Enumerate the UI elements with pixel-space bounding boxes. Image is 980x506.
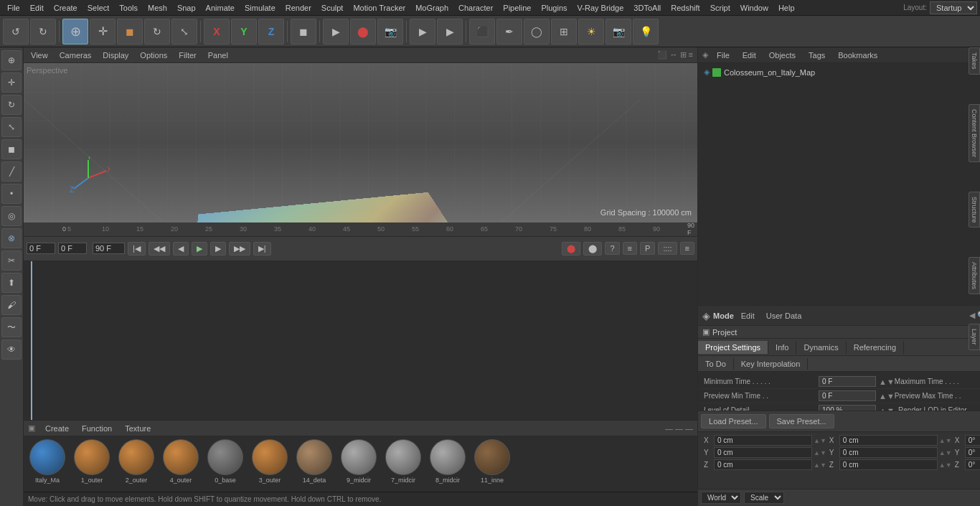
z-pos-arrow[interactable]: ▲▼ <box>814 462 826 469</box>
scene-button[interactable]: ☀ <box>578 19 604 44</box>
z-axis-button[interactable]: Z <box>258 19 284 44</box>
scale-btn[interactable]: ⤡ <box>1 117 22 137</box>
vp-menu-panel[interactable]: Panel <box>205 50 231 61</box>
material-item-8[interactable]: 7_midcir <box>382 439 424 489</box>
x-size-arrow[interactable]: ▲▼ <box>939 437 952 444</box>
load-preset-button[interactable]: Load Preset... <box>701 414 766 428</box>
menu-edit[interactable]: Edit <box>26 2 48 14</box>
vp-menu-display[interactable]: Display <box>100 50 131 61</box>
save-preset-button[interactable]: Save Preset... <box>769 414 834 428</box>
menu-plugins[interactable]: Plugins <box>537 2 571 14</box>
z-rot-field[interactable] <box>965 459 980 470</box>
vtab-layer[interactable]: Layer <box>969 324 980 350</box>
menu-snap[interactable]: Snap <box>173 2 200 14</box>
tl-auto-key[interactable]: ⬤ <box>583 242 602 256</box>
redo-button[interactable]: ↻ <box>30 19 56 44</box>
knife-btn[interactable]: ✂ <box>1 250 22 271</box>
menu-simulate[interactable]: Simulate <box>240 2 280 14</box>
tl-record[interactable]: ⬤ <box>562 242 580 256</box>
timeline-start-field[interactable] <box>27 243 55 254</box>
tl-layers-btn[interactable]: ≡ <box>680 242 694 255</box>
menu-sculpt[interactable]: Sculpt <box>317 2 348 14</box>
y-rot-field[interactable] <box>965 447 980 458</box>
world-dropdown[interactable]: World <box>701 492 741 504</box>
menu-redshift[interactable]: Redshift <box>666 2 704 14</box>
live-select-btn[interactable]: ◎ <box>1 206 22 226</box>
tl-next-frame[interactable]: ▶ <box>210 242 226 256</box>
material-item-9[interactable]: 8_midcir <box>427 439 468 489</box>
tl-key-frame[interactable]: ? <box>605 242 619 255</box>
deform-button[interactable]: ⊞ <box>551 19 577 44</box>
x-axis-button[interactable]: X <box>204 19 230 44</box>
menu-tools[interactable]: Tools <box>115 2 142 14</box>
menu-create[interactable]: Create <box>50 2 82 14</box>
polygon-btn[interactable]: ◼ <box>1 139 22 159</box>
move-tool-button[interactable]: ✛ <box>90 19 116 44</box>
menu-mesh[interactable]: Mesh <box>143 2 171 14</box>
menu-window[interactable]: Window <box>736 2 773 14</box>
material-item-5[interactable]: 3_outer <box>249 439 291 489</box>
timeline-bar[interactable] <box>24 261 697 421</box>
obj-tab-bookmarks[interactable]: Bookmarks <box>834 50 882 61</box>
undo-button[interactable]: ↺ <box>3 19 29 44</box>
x-pos-arrow[interactable]: ▲▼ <box>814 437 826 444</box>
menu-character[interactable]: Character <box>454 2 497 14</box>
y-axis-button[interactable]: Y <box>231 19 257 44</box>
vp-menu-filter[interactable]: Filter <box>176 50 199 61</box>
timeline-min-field[interactable] <box>58 243 87 254</box>
tl-motion-clip[interactable]: ≡ <box>623 242 637 255</box>
vp-menu-cameras[interactable]: Cameras <box>57 50 95 61</box>
menu-select[interactable]: Select <box>83 2 114 14</box>
scale-dropdown[interactable]: Scale <box>744 492 784 504</box>
material-item-6[interactable]: 14_deta <box>293 439 335 489</box>
mat-menu-create[interactable]: Create <box>42 423 72 434</box>
min-time-arrow[interactable]: ▲▼ <box>879 378 895 386</box>
y-size-field[interactable] <box>839 447 938 458</box>
material-item-7[interactable]: 9_midcir <box>338 439 380 489</box>
attr-tab-info[interactable]: Info <box>768 341 796 354</box>
select-btn[interactable]: ⊕ <box>1 50 22 70</box>
menu-pipeline[interactable]: Pipeline <box>499 2 535 14</box>
mat-menu-function[interactable]: Function <box>79 423 115 434</box>
camera2-button[interactable]: 📷 <box>606 19 631 44</box>
menu-file[interactable]: File <box>3 2 24 14</box>
attr-tab-project-settings[interactable]: Project Settings <box>698 341 768 354</box>
layout-select[interactable]: Startup <box>930 1 977 14</box>
material-item-1[interactable]: 1_outer <box>71 439 113 489</box>
attr-userdata-tab[interactable]: User Data <box>762 310 806 322</box>
menu-vray[interactable]: V-Ray Bridge <box>573 2 628 14</box>
camera-button[interactable]: 📷 <box>377 19 403 44</box>
menu-3dtoall[interactable]: 3DToAll <box>629 2 665 14</box>
material-item-3[interactable]: 4_outer <box>160 439 202 489</box>
vtab-content-browser[interactable]: Content Browser <box>969 104 980 162</box>
tl-powerslide[interactable]: P <box>640 242 655 255</box>
spline-button[interactable]: ✒ <box>496 19 522 44</box>
floor-button[interactable]: ⬛ <box>469 19 495 44</box>
play-anim-button[interactable]: ▶ <box>323 19 349 44</box>
min-time-field[interactable] <box>819 376 876 387</box>
lod-field[interactable] <box>819 405 876 411</box>
smooth-btn[interactable]: 〜 <box>1 317 22 337</box>
edge-btn[interactable]: ╱ <box>1 161 22 182</box>
attr-tab-dynamics[interactable]: Dynamics <box>796 341 846 354</box>
tl-next-key[interactable]: ▶▶ <box>229 242 250 256</box>
x-size-field[interactable] <box>839 435 938 446</box>
obj-tab-edit[interactable]: Edit <box>738 50 760 61</box>
menu-help[interactable]: Help <box>774 2 799 14</box>
extrude-btn[interactable]: ⬆ <box>1 273 22 293</box>
obj-tab-file[interactable]: File <box>712 50 734 61</box>
timeline-end-field[interactable] <box>93 243 125 254</box>
y-pos-field[interactable] <box>714 447 812 458</box>
z-size-field[interactable] <box>839 459 938 470</box>
vtab-structure[interactable]: Structure <box>969 192 980 228</box>
tl-animate-btn[interactable]: :::: <box>658 242 677 255</box>
menu-script[interactable]: Script <box>706 2 735 14</box>
scale-tool-button[interactable]: ⤡ <box>171 19 197 44</box>
rotate-tool-button[interactable]: ↻ <box>144 19 170 44</box>
material-item-10[interactable]: 11_inne <box>471 439 513 489</box>
menu-render[interactable]: Render <box>281 2 316 14</box>
select-tool-button[interactable]: ⊕ <box>62 19 88 44</box>
render-button[interactable]: ▶ <box>437 19 463 44</box>
vtab-takes[interactable]: Takes <box>969 47 980 75</box>
attr-tab-referencing[interactable]: Referencing <box>847 341 904 354</box>
